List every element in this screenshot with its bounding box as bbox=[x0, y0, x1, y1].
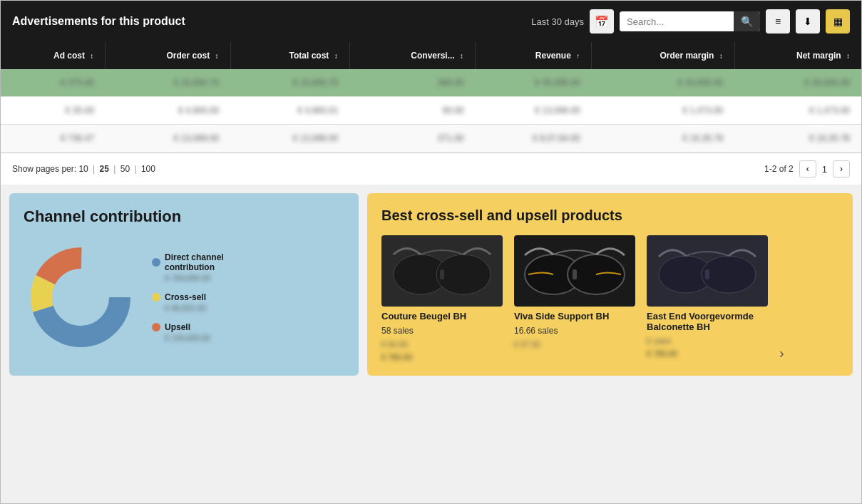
table-row: € 375.00 € 15,000.75 € 15,005.75 360.00 … bbox=[1, 69, 861, 97]
cell-order-margin: € 1,473.00 bbox=[592, 97, 735, 125]
legend-label-crosssell: Cross-sell bbox=[165, 292, 206, 302]
product-price-old-1: € 60.00 bbox=[381, 340, 503, 349]
page-size-10[interactable]: 10 bbox=[78, 164, 88, 174]
svg-rect-7 bbox=[440, 269, 444, 279]
legend-item-direct: Direct channelcontribution € 700,000.00 bbox=[152, 252, 224, 282]
grid-button[interactable]: ▦ bbox=[826, 9, 850, 34]
page-size-25[interactable]: 25 bbox=[100, 164, 109, 174]
product-price-new-3: € 785.00 bbox=[647, 349, 768, 358]
cell-order-margin: € 16,35.78 bbox=[592, 125, 735, 153]
product-name-2: Viva Side Support BH bbox=[514, 311, 635, 322]
products-row: Couture Beugel BH 58 sales € 60.00 € 785… bbox=[381, 235, 838, 361]
cell-revenue: € 8,07,64.00 bbox=[476, 125, 592, 153]
show-pages-label: Show pages per: bbox=[12, 164, 78, 174]
legend-value-upsell: € 140,000.00 bbox=[165, 334, 224, 342]
svg-point-14 bbox=[702, 256, 756, 293]
col-conversion[interactable]: Conversi... ↕ bbox=[349, 42, 475, 69]
table-row: € 35.00 € 4,900.00 € 4,900.01 90.00 € 13… bbox=[1, 97, 861, 125]
bra-image-1 bbox=[381, 235, 503, 307]
cell-ad-cost: € 375.00 bbox=[1, 69, 106, 97]
download-icon: ⬇ bbox=[804, 16, 812, 27]
sort-icon: ↑ bbox=[576, 52, 580, 60]
cell-total-cost: € 15,005.75 bbox=[230, 69, 349, 97]
col-ad-cost[interactable]: Ad cost ↕ bbox=[1, 42, 106, 69]
legend-dot-direct bbox=[152, 258, 160, 267]
cell-net-margin: € 33,005.00 bbox=[734, 69, 861, 97]
cell-total-cost: € 13,099.00 bbox=[230, 125, 349, 153]
cell-net-margin: € 16,35.78 bbox=[734, 125, 861, 153]
header-controls: Last 30 days 📅 🔍 ≡ ⬇ ▦ bbox=[531, 9, 850, 34]
search-input[interactable] bbox=[620, 12, 734, 31]
cell-total-cost: € 4,900.01 bbox=[230, 97, 349, 125]
filter-button[interactable]: ≡ bbox=[766, 9, 790, 34]
cell-conversion: 90.00 bbox=[349, 97, 475, 125]
chart-legend: Direct channelcontribution € 700,000.00 … bbox=[152, 252, 224, 342]
data-table: Ad cost ↕ Order cost ↕ Total cost ↕ Conv… bbox=[1, 42, 861, 153]
legend-value-crosssell: € 96,001.00 bbox=[165, 304, 224, 312]
crosssell-title: Best cross-sell and upsell products bbox=[381, 207, 838, 224]
product-sales-1: 58 sales bbox=[381, 326, 503, 336]
download-button[interactable]: ⬇ bbox=[796, 9, 820, 34]
legend-label-direct: Direct channelcontribution bbox=[165, 252, 224, 272]
search-box: 🔍 bbox=[620, 11, 760, 31]
svg-rect-15 bbox=[705, 269, 709, 279]
svg-point-3 bbox=[53, 270, 108, 324]
product-price-new-1: € 785.00 bbox=[381, 353, 503, 361]
bottom-panels: Channel contribution bbox=[1, 185, 861, 384]
sort-icon: ↕ bbox=[215, 52, 219, 60]
crosssell-panel: Best cross-sell and upsell products bbox=[367, 193, 853, 376]
pages-per-page: Show pages per: 10 | 25 | 50 | 100 bbox=[12, 164, 155, 174]
product-name-3: East End Voorgevormde Balconette BH bbox=[647, 311, 768, 332]
current-page: 1 bbox=[822, 164, 827, 175]
col-net-margin[interactable]: Net margin ↕ bbox=[734, 42, 861, 69]
product-image-1 bbox=[381, 235, 503, 307]
product-image-3 bbox=[647, 235, 768, 307]
cell-order-margin: € 33,005.00 bbox=[592, 69, 735, 97]
col-order-cost[interactable]: Order cost ↕ bbox=[106, 42, 230, 69]
next-page-button[interactable]: › bbox=[833, 160, 850, 178]
chart-area: Direct channelcontribution € 700,000.00 … bbox=[24, 240, 344, 354]
cell-order-cost: € 15,000.75 bbox=[106, 69, 230, 97]
page-size-100[interactable]: 100 bbox=[141, 164, 155, 174]
legend-dot-crosssell bbox=[152, 293, 160, 302]
cell-net-margin: € 1,473.00 bbox=[734, 97, 861, 125]
calendar-button[interactable]: 📅 bbox=[590, 9, 614, 34]
legend-item-upsell: Upsell € 140,000.00 bbox=[152, 322, 224, 342]
product-card-3: East End Voorgevormde Balconette BH € sa… bbox=[647, 235, 768, 358]
page-header: Advertisements for this product Last 30 … bbox=[1, 1, 861, 42]
filter-icon: ≡ bbox=[775, 16, 781, 27]
grid-icon: ▦ bbox=[833, 16, 843, 27]
page-size-50[interactable]: 50 bbox=[120, 164, 130, 174]
cell-conversion: 371.00 bbox=[349, 125, 475, 153]
sort-icon: ↕ bbox=[460, 52, 463, 60]
pagination-nav: 1-2 of 2 ‹ 1 › bbox=[764, 160, 850, 178]
bra-image-2 bbox=[514, 235, 635, 307]
col-order-margin[interactable]: Order margin ↕ bbox=[592, 42, 735, 69]
product-image-2 bbox=[514, 235, 635, 307]
page-range: 1-2 of 2 bbox=[764, 164, 794, 174]
svg-point-6 bbox=[436, 254, 491, 294]
cell-conversion: 360.00 bbox=[349, 69, 475, 97]
legend-dot-upsell bbox=[152, 323, 160, 331]
channel-panel: Channel contribution bbox=[9, 193, 359, 376]
search-button[interactable]: 🔍 bbox=[734, 11, 760, 31]
product-name-1: Couture Beugel BH bbox=[381, 311, 503, 322]
prev-page-button[interactable]: ‹ bbox=[799, 160, 816, 178]
date-range-label: Last 30 days bbox=[531, 16, 584, 27]
sort-icon: ↕ bbox=[719, 52, 723, 60]
col-total-cost[interactable]: Total cost ↕ bbox=[230, 42, 349, 69]
sort-icon: ↕ bbox=[334, 52, 338, 60]
channel-title: Channel contribution bbox=[24, 207, 344, 226]
legend-label-upsell: Upsell bbox=[165, 322, 190, 332]
cell-ad-cost: € 736.47 bbox=[1, 125, 106, 153]
legend-item-crosssell: Cross-sell € 96,001.00 bbox=[152, 292, 224, 312]
col-revenue[interactable]: Revenue ↑ bbox=[476, 42, 592, 69]
pagination-bar: Show pages per: 10 | 25 | 50 | 100 1-2 o… bbox=[1, 153, 861, 185]
svg-rect-11 bbox=[573, 269, 577, 279]
cell-revenue: € 45,006.00 bbox=[476, 69, 592, 97]
cell-revenue: € 13,006.00 bbox=[476, 97, 592, 125]
product-card-2: Viva Side Support BH 16.66 sales € 97.00 bbox=[514, 235, 635, 349]
next-button[interactable]: › bbox=[779, 345, 784, 361]
product-price-old-2: € 97.00 bbox=[514, 340, 635, 349]
product-price-old-3: € sales bbox=[647, 336, 768, 345]
